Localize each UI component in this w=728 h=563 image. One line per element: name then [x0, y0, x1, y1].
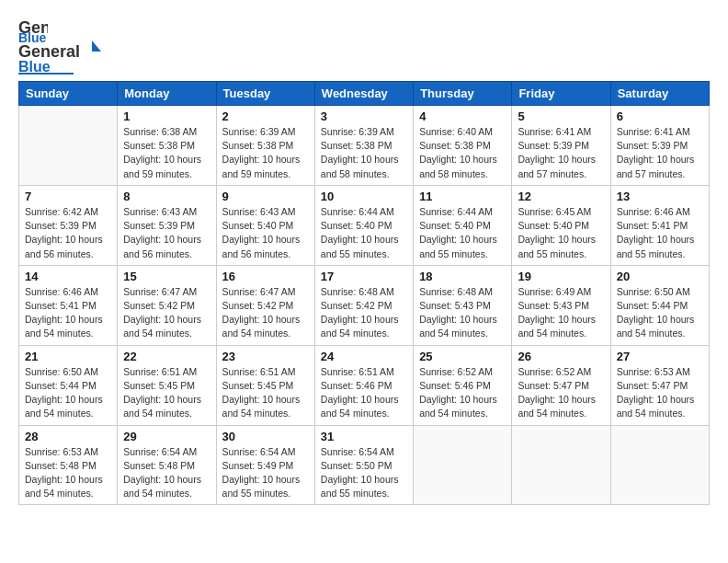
calendar-cell: 17Sunrise: 6:48 AMSunset: 5:42 PMDayligh… — [314, 265, 413, 345]
calendar-cell: 3Sunrise: 6:39 AMSunset: 5:38 PMDaylight… — [314, 106, 413, 186]
week-row-4: 21Sunrise: 6:50 AMSunset: 5:44 PMDayligh… — [19, 345, 710, 425]
page: General Blue General Blue SundayMon — [0, 0, 728, 514]
calendar-cell: 11Sunrise: 6:44 AMSunset: 5:40 PMDayligh… — [414, 185, 512, 265]
day-number: 18 — [419, 270, 506, 283]
day-info: Sunrise: 6:54 AMSunset: 5:50 PMDaylight:… — [321, 445, 407, 501]
day-info: Sunrise: 6:54 AMSunset: 5:48 PMDaylight:… — [123, 445, 210, 501]
calendar-cell: 16Sunrise: 6:47 AMSunset: 5:42 PMDayligh… — [216, 265, 314, 345]
day-number: 20 — [617, 270, 703, 283]
day-info: Sunrise: 6:44 AMSunset: 5:40 PMDaylight:… — [419, 205, 506, 261]
day-number: 11 — [419, 190, 506, 203]
day-info: Sunrise: 6:52 AMSunset: 5:47 PMDaylight:… — [518, 365, 604, 421]
calendar-cell: 31Sunrise: 6:54 AMSunset: 5:50 PMDayligh… — [314, 425, 413, 505]
day-info: Sunrise: 6:46 AMSunset: 5:41 PMDaylight:… — [25, 285, 111, 341]
calendar-cell: 28Sunrise: 6:53 AMSunset: 5:48 PMDayligh… — [19, 425, 118, 505]
calendar-cell: 30Sunrise: 6:54 AMSunset: 5:49 PMDayligh… — [216, 425, 314, 505]
calendar-cell: 15Sunrise: 6:47 AMSunset: 5:42 PMDayligh… — [118, 265, 216, 345]
day-info: Sunrise: 6:48 AMSunset: 5:42 PMDaylight:… — [321, 285, 407, 341]
calendar-cell: 20Sunrise: 6:50 AMSunset: 5:44 PMDayligh… — [610, 265, 709, 345]
svg-text:Blue: Blue — [18, 59, 51, 75]
day-info: Sunrise: 6:38 AMSunset: 5:38 PMDaylight:… — [123, 125, 210, 181]
day-info: Sunrise: 6:53 AMSunset: 5:48 PMDaylight:… — [25, 445, 111, 501]
calendar-cell: 13Sunrise: 6:46 AMSunset: 5:41 PMDayligh… — [610, 185, 709, 265]
day-number: 29 — [123, 430, 210, 443]
calendar-cell: 10Sunrise: 6:44 AMSunset: 5:40 PMDayligh… — [314, 185, 413, 265]
calendar-cell: 14Sunrise: 6:46 AMSunset: 5:41 PMDayligh… — [19, 265, 118, 345]
calendar-cell: 5Sunrise: 6:41 AMSunset: 5:39 PMDaylight… — [512, 106, 610, 186]
day-info: Sunrise: 6:43 AMSunset: 5:40 PMDaylight:… — [222, 205, 309, 261]
day-number: 14 — [25, 270, 111, 283]
day-header-monday: Monday — [118, 82, 216, 106]
calendar-cell: 19Sunrise: 6:49 AMSunset: 5:43 PMDayligh… — [512, 265, 610, 345]
day-number: 16 — [222, 270, 309, 283]
day-info: Sunrise: 6:51 AMSunset: 5:45 PMDaylight:… — [222, 365, 309, 421]
calendar-cell: 27Sunrise: 6:53 AMSunset: 5:47 PMDayligh… — [610, 345, 709, 425]
calendar-cell: 12Sunrise: 6:45 AMSunset: 5:40 PMDayligh… — [512, 185, 610, 265]
day-number: 24 — [321, 350, 407, 363]
day-number: 21 — [25, 350, 111, 363]
calendar-cell: 18Sunrise: 6:48 AMSunset: 5:43 PMDayligh… — [414, 265, 512, 345]
day-info: Sunrise: 6:39 AMSunset: 5:38 PMDaylight:… — [222, 125, 309, 181]
day-number: 25 — [419, 350, 506, 363]
day-info: Sunrise: 6:48 AMSunset: 5:43 PMDaylight:… — [419, 285, 506, 341]
day-info: Sunrise: 6:45 AMSunset: 5:40 PMDaylight:… — [518, 205, 604, 261]
day-info: Sunrise: 6:53 AMSunset: 5:47 PMDaylight:… — [617, 365, 703, 421]
day-info: Sunrise: 6:47 AMSunset: 5:42 PMDaylight:… — [123, 285, 210, 341]
day-header-friday: Friday — [512, 82, 610, 106]
day-number: 30 — [222, 430, 309, 443]
day-info: Sunrise: 6:40 AMSunset: 5:38 PMDaylight:… — [419, 125, 506, 181]
calendar-cell: 6Sunrise: 6:41 AMSunset: 5:39 PMDaylight… — [610, 106, 709, 186]
day-info: Sunrise: 6:49 AMSunset: 5:43 PMDaylight:… — [518, 285, 604, 341]
day-header-sunday: Sunday — [19, 82, 118, 106]
calendar-cell: 8Sunrise: 6:43 AMSunset: 5:39 PMDaylight… — [118, 185, 216, 265]
week-row-3: 14Sunrise: 6:46 AMSunset: 5:41 PMDayligh… — [19, 265, 710, 345]
day-number: 22 — [123, 350, 210, 363]
day-header-saturday: Saturday — [610, 82, 709, 106]
calendar: SundayMondayTuesdayWednesdayThursdayFrid… — [18, 81, 710, 505]
day-info: Sunrise: 6:51 AMSunset: 5:45 PMDaylight:… — [123, 365, 210, 421]
calendar-cell — [610, 425, 709, 505]
svg-text:General: General — [18, 42, 80, 61]
week-row-1: 1Sunrise: 6:38 AMSunset: 5:38 PMDaylight… — [19, 106, 710, 186]
day-info: Sunrise: 6:47 AMSunset: 5:42 PMDaylight:… — [222, 285, 309, 341]
calendar-cell: 4Sunrise: 6:40 AMSunset: 5:38 PMDaylight… — [414, 106, 512, 186]
day-info: Sunrise: 6:50 AMSunset: 5:44 PMDaylight:… — [617, 285, 703, 341]
day-number: 7 — [25, 190, 111, 203]
day-info: Sunrise: 6:43 AMSunset: 5:39 PMDaylight:… — [123, 205, 210, 261]
day-number: 27 — [617, 350, 703, 363]
day-info: Sunrise: 6:44 AMSunset: 5:40 PMDaylight:… — [321, 205, 407, 261]
calendar-cell — [512, 425, 610, 505]
day-info: Sunrise: 6:39 AMSunset: 5:38 PMDaylight:… — [321, 125, 407, 181]
day-info: Sunrise: 6:41 AMSunset: 5:39 PMDaylight:… — [518, 125, 604, 181]
day-number: 23 — [222, 350, 309, 363]
day-number: 3 — [321, 109, 407, 123]
day-number: 31 — [321, 430, 407, 443]
day-info: Sunrise: 6:41 AMSunset: 5:39 PMDaylight:… — [617, 125, 703, 181]
week-row-5: 28Sunrise: 6:53 AMSunset: 5:48 PMDayligh… — [19, 425, 710, 505]
calendar-cell: 9Sunrise: 6:43 AMSunset: 5:40 PMDaylight… — [216, 185, 314, 265]
day-header-wednesday: Wednesday — [314, 82, 413, 106]
calendar-cell: 21Sunrise: 6:50 AMSunset: 5:44 PMDayligh… — [19, 345, 118, 425]
day-info: Sunrise: 6:51 AMSunset: 5:46 PMDaylight:… — [321, 365, 407, 421]
calendar-cell: 29Sunrise: 6:54 AMSunset: 5:48 PMDayligh… — [118, 425, 216, 505]
day-number: 15 — [123, 270, 210, 283]
day-number: 9 — [222, 190, 309, 203]
calendar-cell: 1Sunrise: 6:38 AMSunset: 5:38 PMDaylight… — [118, 106, 216, 186]
day-number: 19 — [518, 270, 604, 283]
calendar-cell: 26Sunrise: 6:52 AMSunset: 5:47 PMDayligh… — [512, 345, 610, 425]
header: General Blue General Blue — [18, 17, 710, 75]
day-header-tuesday: Tuesday — [216, 82, 314, 106]
logo: General Blue General Blue — [18, 17, 101, 75]
calendar-cell: 22Sunrise: 6:51 AMSunset: 5:45 PMDayligh… — [118, 345, 216, 425]
day-number: 28 — [25, 430, 111, 443]
day-info: Sunrise: 6:54 AMSunset: 5:49 PMDaylight:… — [222, 445, 309, 501]
day-number: 13 — [617, 190, 703, 203]
day-header-thursday: Thursday — [414, 82, 512, 106]
day-number: 17 — [321, 270, 407, 283]
day-info: Sunrise: 6:50 AMSunset: 5:44 PMDaylight:… — [25, 365, 111, 421]
day-number: 4 — [419, 109, 506, 123]
day-number: 10 — [321, 190, 407, 203]
logo-svg: General Blue — [18, 39, 101, 75]
day-info: Sunrise: 6:46 AMSunset: 5:41 PMDaylight:… — [617, 205, 703, 261]
day-number: 2 — [222, 109, 309, 123]
